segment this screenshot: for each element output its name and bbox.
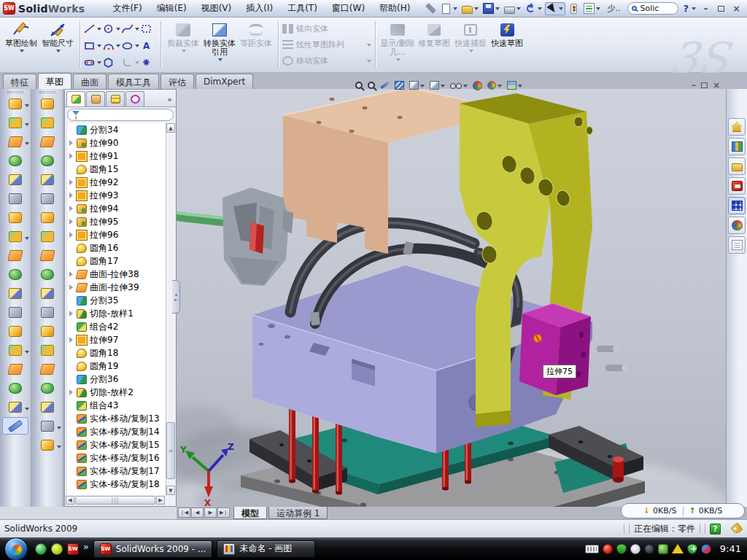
revolved-surface-icon[interactable]	[34, 114, 61, 131]
start-button[interactable]	[4, 537, 28, 560]
expander-icon[interactable]	[69, 311, 76, 316]
tree-item[interactable]: 实体-移动/复制14	[67, 425, 165, 438]
tree-horizontal-scrollbar[interactable]: ◀ ||| ▶	[66, 496, 165, 505]
configuration-manager-tab[interactable]	[106, 91, 125, 106]
menu-item[interactable]: 文件(F)	[105, 0, 149, 18]
antivirus-icon[interactable]	[51, 543, 63, 555]
help-button[interactable]: ?	[681, 3, 690, 14]
dropdown-caret-icon[interactable]	[135, 61, 139, 66]
section-view-button[interactable]	[395, 81, 404, 90]
marquee-select-button[interactable]	[141, 20, 157, 37]
solidworks-quicklaunch-icon[interactable]: SW	[67, 543, 79, 555]
hide-show-items-button[interactable]	[450, 82, 468, 90]
minimize-button[interactable]: –	[700, 3, 712, 14]
toolbox-button[interactable]	[728, 177, 746, 195]
command-tab[interactable]: 评估	[160, 74, 194, 89]
dropdown-caret-icon[interactable]	[498, 85, 502, 90]
tree-item[interactable]: 曲面-拉伸38	[67, 268, 165, 281]
display-style-button[interactable]	[430, 81, 445, 90]
delete-face-icon[interactable]	[34, 284, 61, 302]
quick-launch-overflow-button[interactable]: »	[83, 542, 89, 552]
swept-surface-icon[interactable]	[34, 133, 61, 150]
tree-item[interactable]: 曲面-拉伸39	[67, 281, 165, 294]
taskbar-clock[interactable]: 9:41	[717, 543, 747, 554]
expander-icon[interactable]	[69, 140, 76, 146]
dropdown-caret-icon[interactable]	[97, 44, 101, 50]
spline-button[interactable]	[122, 20, 141, 37]
custom-properties-button[interactable]	[728, 236, 746, 254]
measure-icon[interactable]	[2, 417, 28, 435]
curve-icon[interactable]	[2, 398, 28, 416]
model-viewport-canvas[interactable]: Y Z X	[177, 89, 726, 507]
nav-prev-button[interactable]: ◀	[191, 508, 204, 518]
command-tab[interactable]: 特征	[3, 74, 36, 89]
fillet-feature-icon[interactable]	[2, 133, 28, 150]
rib-icon[interactable]	[2, 246, 28, 264]
dropdown-caret-icon[interactable]	[135, 28, 139, 33]
dropdown-caret-icon[interactable]	[25, 104, 29, 109]
command-tab[interactable]: 模具工具	[108, 74, 159, 89]
dropdown-caret-icon[interactable]	[441, 85, 445, 90]
tree-item[interactable]: 实体-移动/复制15	[67, 438, 165, 451]
rectangle-button[interactable]	[84, 37, 103, 54]
dropdown-caret-icon[interactable]	[495, 7, 500, 12]
tree-item[interactable]: 实体-移动/复制17	[67, 464, 165, 478]
new-document-button[interactable]	[439, 3, 459, 15]
print-button[interactable]	[503, 3, 522, 15]
filled-surface-icon[interactable]	[34, 265, 61, 283]
pin-button[interactable]	[424, 2, 438, 15]
security-x-icon[interactable]	[603, 544, 613, 554]
tree-item[interactable]: 实体-移动/复制16	[67, 451, 165, 464]
dimxpert-manager-tab[interactable]	[125, 91, 144, 106]
keyboard-icon[interactable]	[585, 545, 599, 553]
reference-geometry-icon[interactable]	[34, 417, 61, 435]
zoom-fit-button[interactable]	[355, 82, 363, 89]
sync-green-icon[interactable]	[658, 544, 668, 554]
dropdown-caret-icon[interactable]	[474, 7, 479, 12]
expander-icon[interactable]	[69, 337, 76, 343]
tree-item[interactable]: 分割35	[67, 294, 165, 307]
scroll-down-button[interactable]: ▼	[166, 486, 175, 495]
tree-item[interactable]: 切除-放样1	[67, 307, 165, 320]
revolved-boss-icon[interactable]	[2, 171, 28, 188]
dropdown-caret-icon[interactable]	[25, 408, 29, 413]
tree-item[interactable]: 拉伸97	[67, 333, 165, 346]
slide-insert[interactable]	[519, 303, 591, 395]
view-orientation-button[interactable]	[409, 81, 425, 90]
undo-button[interactable]	[524, 2, 543, 15]
untrim-surface-icon[interactable]	[34, 360, 61, 378]
mirror-feature-icon[interactable]	[2, 303, 28, 321]
model-tab[interactable]: 运动算例 1	[268, 507, 328, 519]
dropdown-caret-icon[interactable]	[367, 44, 371, 49]
plane-icon[interactable]	[2, 360, 28, 378]
doc-restore-button[interactable]	[701, 82, 708, 88]
stop-pin[interactable]	[613, 456, 624, 483]
tree-item[interactable]: 拉伸92	[67, 176, 165, 189]
doc-minimize-button[interactable]: –	[692, 80, 696, 90]
lofted-surface-icon[interactable]	[34, 152, 61, 169]
menu-item[interactable]: 工具(T)	[280, 0, 325, 18]
planar-surface-icon[interactable]	[34, 190, 61, 207]
dropdown-caret-icon[interactable]	[218, 58, 222, 63]
audio-icon[interactable]	[644, 544, 654, 554]
dropdown-caret-icon[interactable]	[57, 446, 61, 451]
slot-button[interactable]	[84, 54, 103, 71]
dropdown-caret-icon[interactable]	[518, 85, 522, 90]
dropdown-caret-icon[interactable]	[367, 60, 371, 65]
tree-item[interactable]: 拉伸95	[67, 215, 165, 228]
dropdown-caret-icon[interactable]	[596, 7, 600, 12]
view-settings-button[interactable]	[507, 81, 522, 90]
boundary-surface-icon[interactable]	[34, 171, 61, 188]
offset-surface-icon[interactable]	[34, 209, 61, 226]
surface-fillet-icon[interactable]	[34, 379, 61, 397]
dropdown-caret-icon[interactable]	[97, 61, 101, 66]
expander-icon[interactable]	[69, 153, 76, 159]
expander-icon[interactable]	[69, 219, 76, 225]
ribbon-button[interactable]: 快速草图	[489, 19, 525, 63]
dropdown-caret-icon[interactable]	[25, 351, 29, 356]
solidworks-resources-button[interactable]	[728, 118, 746, 136]
save-button[interactable]	[481, 2, 501, 15]
tag-icon[interactable]	[731, 523, 743, 535]
curve-icon[interactable]	[34, 436, 61, 454]
expander-icon[interactable]	[69, 284, 76, 290]
